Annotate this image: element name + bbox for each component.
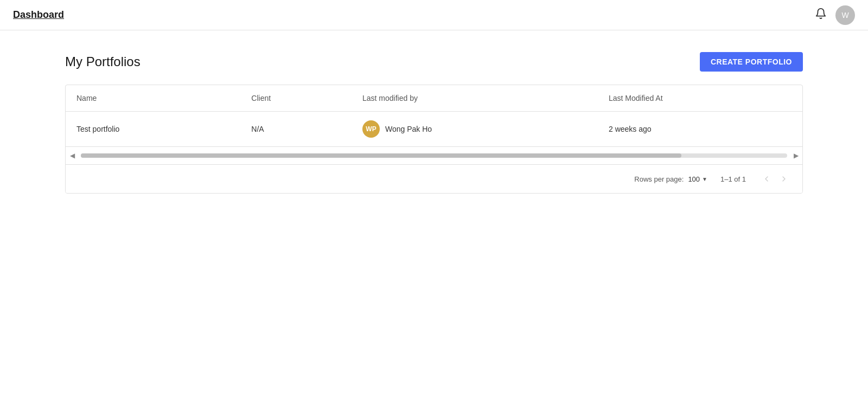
table-header: Name Client Last modified by Last Modifi… [66,85,802,112]
scroll-left-arrow[interactable]: ◀ [66,149,79,162]
table-scroll-area[interactable]: Name Client Last modified by Last Modifi… [66,85,802,164]
page-title: My Portfolios [65,54,141,69]
scrollbar-thumb [81,153,681,158]
header-right: W [815,5,855,25]
page-header: My Portfolios CREATE PORTFOLIO [65,52,803,72]
col-header-last-modified-by: Last modified by [352,85,598,112]
table-header-row: Name Client Last modified by Last Modifi… [66,85,802,112]
scrollbar-track[interactable] [81,153,787,158]
next-page-button[interactable] [776,171,792,186]
modifier-name: Wong Pak Ho [385,125,432,133]
pagination-footer: Rows per page: 100 ▼ 1–1 of 1 [66,164,802,193]
header-left: Dashboard [13,9,64,21]
main-content: My Portfolios CREATE PORTFOLIO Name Clie… [0,30,868,215]
cell-last-modified-at: 2 weeks ago [598,112,802,147]
rows-per-page-value: 100 [688,175,700,183]
col-header-name: Name [66,85,240,112]
notification-bell-icon[interactable] [815,8,827,23]
cell-client: N/A [240,112,352,147]
chevron-down-icon: ▼ [702,176,707,182]
header: Dashboard W [0,0,868,30]
cell-last-modified-by: WP Wong Pak Ho [352,112,598,147]
rows-per-page-label: Rows per page: [634,175,684,183]
modifier-badge: WP [362,120,380,138]
portfolios-table: Name Client Last modified by Last Modifi… [66,85,802,146]
col-header-last-modified-at: Last Modified At [598,85,802,112]
rows-per-page-control: Rows per page: 100 ▼ [634,175,707,183]
cell-name: Test portfolio [66,112,240,147]
col-header-client: Client [240,85,352,112]
pagination-nav [759,171,792,186]
rows-per-page-select[interactable]: 100 ▼ [688,175,707,183]
table-body: Test portfolio N/A WP Wong Pak Ho [66,112,802,147]
dashboard-link[interactable]: Dashboard [13,9,64,21]
table-row[interactable]: Test portfolio N/A WP Wong Pak Ho [66,112,802,147]
portfolios-table-container: Name Client Last modified by Last Modifi… [65,85,803,194]
user-avatar[interactable]: W [835,5,855,25]
horizontal-scrollbar[interactable]: ◀ ▶ [66,146,802,164]
prev-page-button[interactable] [759,171,774,186]
create-portfolio-button[interactable]: CREATE PORTFOLIO [700,52,803,72]
scroll-right-arrow[interactable]: ▶ [789,149,802,162]
pagination-range: 1–1 of 1 [720,175,746,183]
